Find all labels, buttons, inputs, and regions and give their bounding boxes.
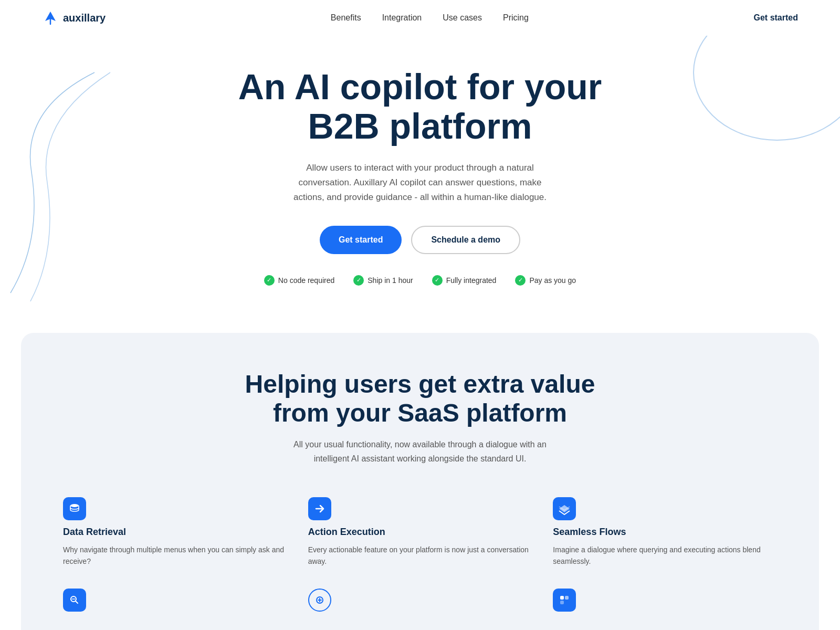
schedule-demo-button[interactable]: Schedule a demo	[411, 226, 520, 254]
feature-bottom-icon-2	[553, 589, 576, 612]
nav-get-started-button[interactable]: Get started	[754, 13, 798, 23]
feature-0-desc: Why navigate through multiple menus when…	[63, 544, 287, 568]
badge-label-1: Ship in 1 hour	[368, 276, 413, 285]
feature-data-retrieval: Data Retrieval Why navigate through mult…	[63, 497, 287, 568]
nav-benefits[interactable]: Benefits	[331, 13, 361, 22]
feature-bottom-icon-1	[308, 589, 331, 612]
section2-heading: Helping users get extra value from your …	[236, 370, 604, 427]
hero-subtext: Allow users to interact with your produc…	[284, 161, 556, 205]
feature-0-title: Data Retrieval	[63, 527, 287, 538]
badge-pay: ✓ Pay as you go	[515, 275, 576, 286]
check-icon-2: ✓	[432, 275, 443, 286]
feature-bottom-2	[553, 589, 777, 612]
check-icon-1: ✓	[353, 275, 364, 286]
badge-label-0: No code required	[278, 276, 334, 285]
navbar: auxillary Benefits Integration Use cases…	[0, 0, 840, 36]
nav-links: Benefits Integration Use cases Pricing	[331, 13, 529, 23]
hero-wrapper: An AI copilot for your B2B platform Allo…	[0, 36, 840, 301]
logo-icon	[42, 9, 59, 26]
badge-integrated: ✓ Fully integrated	[432, 275, 497, 286]
logo-text: auxillary	[63, 12, 106, 24]
svg-rect-3	[560, 596, 564, 600]
seamless-flows-icon	[553, 497, 576, 520]
features-grid: Data Retrieval Why navigate through mult…	[63, 497, 777, 568]
section2: Helping users get extra value from your …	[21, 333, 819, 630]
nav-integration[interactable]: Integration	[382, 13, 422, 22]
action-execution-icon	[308, 497, 331, 520]
svg-rect-5	[560, 601, 564, 604]
nav-use-cases[interactable]: Use cases	[443, 13, 482, 22]
data-retrieval-icon	[63, 497, 86, 520]
hero-section: An AI copilot for your B2B platform Allo…	[0, 36, 840, 301]
feature-2-title: Seamless Flows	[553, 527, 777, 538]
nav-pricing[interactable]: Pricing	[503, 13, 529, 22]
badge-no-code: ✓ No code required	[264, 275, 334, 286]
feature-seamless-flows: Seamless Flows Imagine a dialogue where …	[553, 497, 777, 568]
hero-heading: An AI copilot for your B2B platform	[236, 67, 604, 146]
svg-rect-4	[565, 596, 569, 600]
badge-label-2: Fully integrated	[446, 276, 497, 285]
hero-badges: ✓ No code required ✓ Ship in 1 hour ✓ Fu…	[21, 275, 819, 286]
badge-label-3: Pay as you go	[529, 276, 576, 285]
get-started-button[interactable]: Get started	[320, 226, 402, 254]
hero-buttons: Get started Schedule a demo	[21, 226, 819, 254]
svg-point-0	[70, 504, 79, 507]
feature-1-desc: Every actionable feature on your platfor…	[308, 544, 532, 568]
check-icon-3: ✓	[515, 275, 526, 286]
logo[interactable]: auxillary	[42, 9, 106, 26]
feature-bottom-0	[63, 589, 287, 612]
check-icon-0: ✓	[264, 275, 275, 286]
features-grid-bottom	[63, 589, 777, 612]
feature-bottom-1	[308, 589, 532, 612]
section2-subtext: All your usual functionality, now availa…	[284, 438, 556, 466]
feature-2-desc: Imagine a dialogue where querying and ex…	[553, 544, 777, 568]
feature-1-title: Action Execution	[308, 527, 532, 538]
feature-bottom-icon-0	[63, 589, 86, 612]
badge-ship: ✓ Ship in 1 hour	[353, 275, 413, 286]
feature-action-execution: Action Execution Every actionable featur…	[308, 497, 532, 568]
